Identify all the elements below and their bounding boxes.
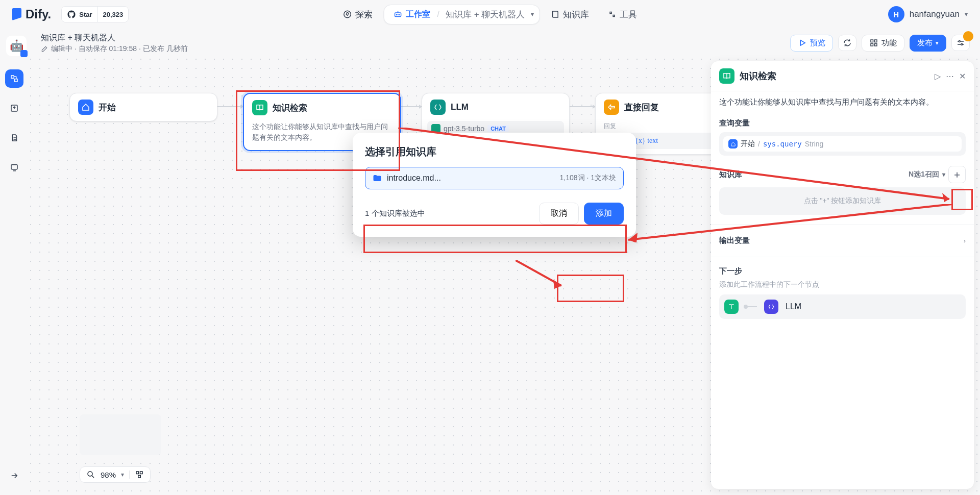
- detail-panel: 知识检索 ▷ ⋯ ✕ 这个功能让你能够从知识库中查找与用户问题有关的文本内容。 …: [711, 61, 974, 489]
- panel-run-icon[interactable]: ▷: [935, 71, 941, 81]
- github-star-button[interactable]: Star 20,323: [61, 6, 129, 22]
- user-chevron-icon[interactable]: ▾: [965, 11, 968, 18]
- brackets-icon: [430, 100, 446, 115]
- github-star-count: 20,323: [98, 7, 129, 22]
- top-bar: Dify. Star 20,323 探索 工作室 / 知识库 + 聊天机器人 ▾…: [0, 0, 980, 29]
- left-rail: [0, 29, 29, 495]
- preview-button[interactable]: 预览: [790, 35, 833, 52]
- panel-desc: 这个功能让你能够从知识库中查找与用户问题有关的文本内容。: [711, 91, 974, 113]
- edge-llm-reply: [570, 106, 595, 107]
- cancel-button[interactable]: 取消: [539, 203, 579, 225]
- search-icon: [86, 470, 95, 479]
- features-button[interactable]: 功能: [862, 35, 904, 52]
- kb-name: introduce.md...: [387, 174, 441, 183]
- refresh-button[interactable]: [838, 35, 856, 51]
- book-icon: [551, 10, 560, 19]
- home-mini-icon: [728, 139, 738, 148]
- username[interactable]: hanfangyuan: [910, 9, 960, 19]
- minimap[interactable]: [80, 414, 161, 455]
- nav-tools-label: 工具: [620, 9, 637, 20]
- panel-title: 知识检索: [740, 70, 776, 82]
- settings-badge: 1: [963, 31, 973, 41]
- sub-bar-actions: 预览 功能 发布 ▾ 1: [790, 35, 970, 52]
- node-reply-title: 直接回复: [624, 102, 659, 113]
- output-chevron-icon[interactable]: ›: [964, 237, 966, 244]
- settings-button[interactable]: 1: [951, 35, 970, 51]
- nav-studio-main: 工作室: [389, 7, 434, 22]
- panel-query-label: 查询变量: [719, 118, 966, 128]
- panel-more-icon[interactable]: ⋯: [946, 71, 954, 81]
- node-start-title: 开始: [99, 102, 116, 113]
- svg-point-14: [88, 472, 92, 476]
- avatar[interactable]: H: [888, 6, 904, 22]
- panel-close-icon[interactable]: ✕: [959, 71, 966, 81]
- node-start[interactable]: 开始: [69, 93, 217, 121]
- edge-start-kr: [217, 106, 243, 107]
- node-llm-title: LLM: [451, 102, 469, 112]
- home-icon: [78, 100, 93, 115]
- rail-collapse[interactable]: [5, 466, 23, 485]
- page-status: 编辑中 · 自动保存 01:19:58 · 已发布 几秒前: [41, 44, 188, 54]
- publish-button[interactable]: 发布 ▾: [910, 35, 946, 52]
- page-title: 知识库 + 聊天机器人: [41, 33, 188, 43]
- logo[interactable]: Dify.: [12, 7, 51, 21]
- svg-rect-11: [15, 79, 17, 82]
- svg-rect-4: [871, 40, 873, 42]
- rail-monitor[interactable]: [5, 158, 23, 177]
- github-icon: [67, 10, 76, 19]
- openai-icon: [431, 124, 440, 133]
- svg-point-8: [959, 41, 960, 42]
- kb-mode-chevron-icon[interactable]: ▾: [942, 171, 945, 178]
- panel-section-output: 输出变量 ›: [711, 229, 974, 253]
- chevron-down-icon: ▾: [531, 11, 534, 18]
- zoom-controls[interactable]: 98% ▾: [80, 466, 151, 483]
- canvas[interactable]: 开始 知识检索 这个功能让你能够从知识库中查找与用户问题有关的文本内容。 LLM…: [29, 57, 980, 495]
- layout-icon[interactable]: [135, 470, 144, 479]
- grid-icon: [869, 38, 878, 47]
- workflow-icon: [10, 74, 19, 83]
- modal-title: 选择引用知识库: [365, 145, 624, 159]
- refresh-icon: [843, 38, 852, 47]
- folder-icon: [373, 174, 382, 183]
- export-icon: [10, 104, 19, 113]
- model-tag: CHAT: [487, 125, 509, 132]
- query-variable-box[interactable]: 开始 / sys.query String: [719, 132, 966, 156]
- next-connector: [746, 306, 757, 307]
- rail-logs[interactable]: [5, 129, 23, 147]
- add-button[interactable]: 添加: [584, 203, 624, 225]
- compass-icon: [343, 10, 352, 19]
- svg-rect-1: [395, 13, 401, 17]
- next-node-row[interactable]: LLM: [719, 294, 966, 319]
- node-kr-title: 知识检索: [273, 102, 307, 114]
- rail-export[interactable]: [5, 99, 23, 117]
- nav-studio-pill[interactable]: 工作室 / 知识库 + 聊天机器人 ▾: [384, 5, 540, 24]
- nav-knowledge-label: 知识库: [563, 9, 589, 20]
- nav-app-name: 知识库 + 聊天机器人: [443, 9, 528, 20]
- add-kb-button[interactable]: ＋: [948, 166, 966, 183]
- doc-icon: [10, 133, 19, 142]
- nav-explore-label: 探索: [355, 9, 373, 20]
- select-kb-modal: 选择引用知识库 introduce.md... 1,108词 · 1文本块 1 …: [353, 133, 636, 237]
- pencil-icon: [41, 45, 48, 53]
- panel-next-desc: 添加此工作流程中的下一个节点: [719, 280, 966, 289]
- zoom-chevron-icon[interactable]: ▾: [121, 471, 124, 478]
- sliders-icon: [956, 38, 965, 47]
- nav-tools[interactable]: 工具: [600, 6, 644, 23]
- nav-studio-label: 工作室: [406, 9, 430, 20]
- nav-knowledge[interactable]: 知识库: [544, 6, 596, 23]
- panel-book-icon: [719, 68, 734, 84]
- logo-text: Dify.: [26, 7, 51, 21]
- rail-workflow[interactable]: [5, 69, 23, 88]
- nav-right: H hanfangyuan ▾: [888, 6, 968, 22]
- kb-mode[interactable]: N选1召回: [909, 170, 939, 179]
- kb-placeholder: 点击 "+" 按钮添加知识库: [719, 187, 966, 215]
- nav-explore[interactable]: 探索: [336, 6, 380, 23]
- breadcrumb: 知识库 + 聊天机器人 编辑中 · 自动保存 01:19:58 · 已发布 几秒…: [41, 33, 188, 54]
- github-star-left: Star: [62, 7, 97, 22]
- query-variable-chip: 开始 / sys.query String: [723, 136, 962, 152]
- kb-option-row[interactable]: introduce.md... 1,108词 · 1文本块: [365, 167, 624, 189]
- play-icon: [798, 38, 807, 47]
- svg-point-9: [961, 44, 963, 45]
- panel-output-label: 输出变量: [719, 236, 750, 245]
- svg-point-3: [399, 14, 400, 15]
